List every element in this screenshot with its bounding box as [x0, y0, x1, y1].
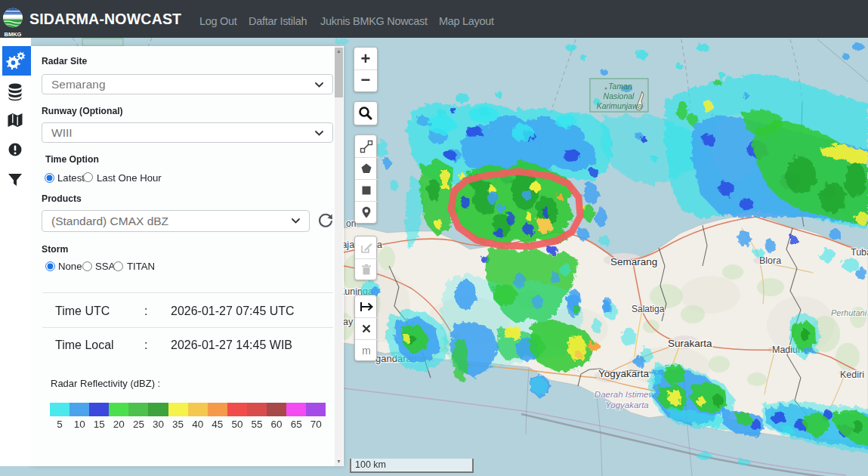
svg-text:Blora: Blora: [759, 255, 781, 266]
svg-text:Yogyakarta: Yogyakarta: [605, 400, 649, 410]
svg-text:Nasional: Nasional: [604, 91, 635, 100]
svg-text:ay: ay: [343, 317, 354, 327]
svg-text:Yogyakarta: Yogyakarta: [598, 368, 650, 379]
svg-text:Semarang: Semarang: [610, 256, 657, 267]
svg-text:BMKG: BMKG: [5, 31, 22, 38]
svg-text:Tuban: Tuban: [851, 247, 868, 258]
svg-text:Karimunjawa: Karimunjawa: [597, 101, 643, 110]
svg-text:Kediri: Kediri: [840, 369, 864, 380]
svg-text:Surakarta: Surakarta: [668, 338, 712, 349]
svg-text:Taman: Taman: [608, 82, 632, 91]
svg-text:Perhutani: Perhutani: [831, 308, 867, 317]
svg-text:Salatiga: Salatiga: [632, 304, 665, 314]
